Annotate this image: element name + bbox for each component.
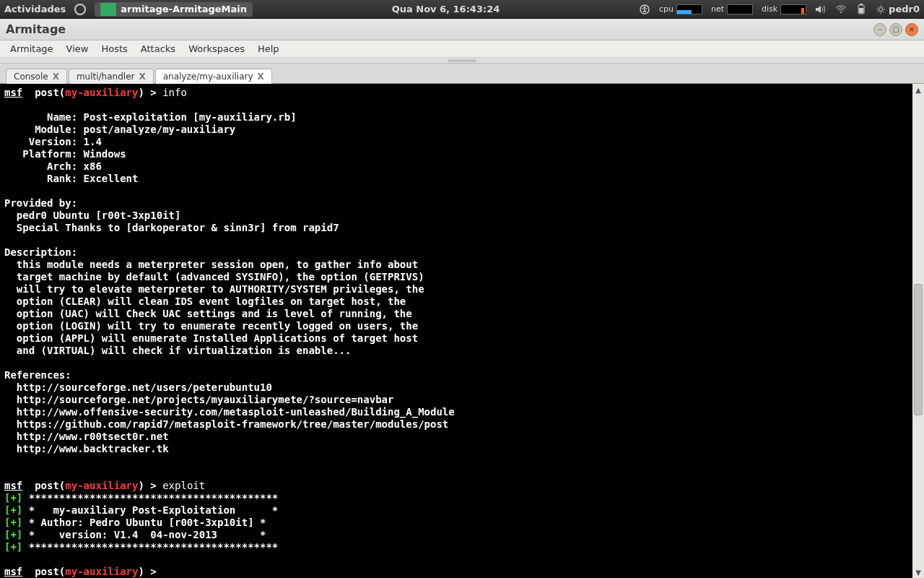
menu-workspaces[interactable]: Workspaces [183, 42, 250, 56]
menu-help[interactable]: Help [252, 42, 285, 56]
menu-armitage[interactable]: Armitage [4, 42, 59, 56]
menu-view[interactable]: View [61, 42, 95, 56]
menu-attacks[interactable]: Attacks [135, 42, 181, 56]
accessibility-icon[interactable] [639, 4, 650, 15]
wifi-icon[interactable] [835, 4, 847, 15]
user-name: pedr0 [889, 4, 920, 14]
volume-icon[interactable] [815, 4, 827, 15]
scroll-thumb[interactable] [914, 284, 923, 416]
net-monitor[interactable]: net [711, 4, 753, 14]
tab-bar: Console X multi/handler X analyze/my-aux… [0, 64, 924, 84]
svg-point-2 [840, 12, 842, 13]
terminal-panel: msf post(my-auxiliary) > info Name: Post… [0, 84, 924, 578]
tab-close-icon[interactable]: X [53, 72, 59, 82]
minimize-button[interactable]: – [873, 23, 886, 36]
tab-close-icon[interactable]: X [258, 72, 264, 82]
svg-point-1 [644, 6, 646, 8]
tab-console[interactable]: Console X [6, 69, 67, 84]
svg-rect-4 [860, 4, 863, 5]
app-thumbnail-icon [100, 3, 116, 16]
window-title: Armitage [6, 22, 873, 36]
activities-button[interactable]: Actividades [4, 4, 66, 14]
scroll-up-icon[interactable]: ▲ [912, 84, 924, 95]
taskbar-app[interactable]: armitage-ArmitageMain [95, 2, 253, 17]
maximize-button[interactable]: ▢ [889, 23, 902, 36]
prompt-msf: msf [4, 566, 22, 577]
terminal-scrollbar[interactable]: ▲ ▼ [912, 84, 924, 578]
split-handle[interactable] [0, 58, 924, 64]
tab-analyze-my-auxiliary[interactable]: analyze/my-auxiliary X [155, 69, 272, 84]
prompt-msf: msf [4, 87, 22, 98]
prompt-msf: msf [4, 480, 22, 491]
close-button[interactable]: × [905, 23, 918, 36]
terminal-output[interactable]: msf post(my-auxiliary) > info Name: Post… [0, 84, 924, 578]
app-menubar: Armitage View Hosts Attacks Workspaces H… [0, 40, 924, 58]
user-menu[interactable]: pedr0 [876, 4, 920, 14]
gnome-top-panel: Actividades armitage-ArmitageMain Qua No… [0, 0, 924, 19]
menu-hosts[interactable]: Hosts [95, 42, 133, 56]
tab-close-icon[interactable]: X [139, 72, 145, 82]
tab-label: multi/handler [77, 72, 135, 82]
battery-icon[interactable] [855, 4, 867, 15]
gear-icon [876, 4, 886, 14]
tab-multi-handler[interactable]: multi/handler X [69, 69, 154, 84]
distro-logo-icon[interactable] [74, 4, 86, 15]
svg-rect-5 [859, 8, 863, 13]
panel-clock[interactable]: Qua Nov 6, 16:43:24 [260, 4, 632, 14]
tab-label: Console [14, 72, 48, 82]
svg-point-6 [879, 7, 883, 11]
window-titlebar[interactable]: Armitage – ▢ × [0, 19, 924, 40]
taskbar-app-title: armitage-ArmitageMain [121, 4, 247, 14]
tab-label: analyze/my-auxiliary [163, 72, 253, 82]
scroll-down-icon[interactable]: ▼ [912, 566, 924, 578]
cpu-monitor[interactable]: cpu [659, 4, 702, 14]
disk-monitor[interactable]: disk [762, 4, 806, 14]
